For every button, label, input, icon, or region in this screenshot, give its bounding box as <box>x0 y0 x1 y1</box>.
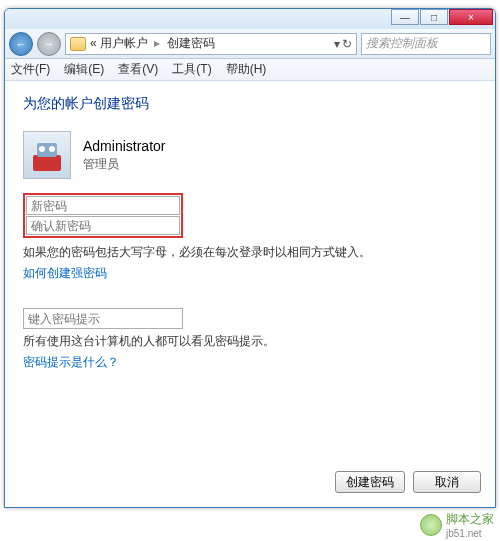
avatar <box>23 131 71 179</box>
menu-help[interactable]: 帮助(H) <box>226 61 267 78</box>
menu-edit[interactable]: 编辑(E) <box>64 61 104 78</box>
new-password-input[interactable] <box>26 196 180 215</box>
window: — □ × ← → « 用户帐户 ▸ 创建密码 ▾ ↻ 搜索控制面板 文件(F)… <box>4 8 496 508</box>
chevron-right-icon: ▸ <box>154 36 160 50</box>
watermark-logo-icon <box>420 514 442 536</box>
create-password-button[interactable]: 创建密码 <box>335 471 405 493</box>
cancel-button[interactable]: 取消 <box>413 471 481 493</box>
titlebar: — □ × <box>5 9 495 29</box>
refresh-icon[interactable]: ↻ <box>342 37 352 51</box>
svg-point-2 <box>39 146 45 152</box>
user-role: 管理员 <box>83 156 165 173</box>
strong-password-link[interactable]: 如何创建强密码 <box>23 265 107 282</box>
menu-view[interactable]: 查看(V) <box>118 61 158 78</box>
hint-note: 所有使用这台计算机的人都可以看见密码提示。 <box>23 333 477 350</box>
confirm-password-input[interactable] <box>26 216 180 235</box>
svg-rect-0 <box>33 155 61 171</box>
hint-help-link[interactable]: 密码提示是什么？ <box>23 354 119 371</box>
user-info: Administrator 管理员 <box>23 131 477 179</box>
breadcrumb-item[interactable]: 用户帐户 <box>100 36 148 50</box>
password-hint-input[interactable] <box>23 308 183 329</box>
menubar: 文件(F) 编辑(E) 查看(V) 工具(T) 帮助(H) <box>5 59 495 81</box>
breadcrumb: « 用户帐户 ▸ 创建密码 <box>90 35 215 52</box>
action-buttons: 创建密码 取消 <box>335 471 481 493</box>
svg-point-3 <box>49 146 55 152</box>
close-button[interactable]: × <box>449 9 493 25</box>
page-title: 为您的帐户创建密码 <box>23 95 477 113</box>
watermark-url: jb51.net <box>446 528 494 539</box>
maximize-button[interactable]: □ <box>420 9 448 25</box>
back-button[interactable]: ← <box>9 32 33 56</box>
user-name: Administrator <box>83 138 165 154</box>
folder-icon <box>70 37 86 51</box>
menu-tools[interactable]: 工具(T) <box>172 61 211 78</box>
breadcrumb-pre: « <box>90 36 97 50</box>
breadcrumb-item[interactable]: 创建密码 <box>167 36 215 50</box>
watermark-text: 脚本之家 <box>446 511 494 528</box>
content: 为您的帐户创建密码 Administrator 管理员 如果您的密码包括大写字母… <box>5 81 495 401</box>
forward-button[interactable]: → <box>37 32 61 56</box>
minimize-button[interactable]: — <box>391 9 419 25</box>
address-bar[interactable]: « 用户帐户 ▸ 创建密码 ▾ ↻ <box>65 33 357 55</box>
password-note: 如果您的密码包括大写字母，必须在每次登录时以相同方式键入。 <box>23 244 477 261</box>
navbar: ← → « 用户帐户 ▸ 创建密码 ▾ ↻ 搜索控制面板 <box>5 29 495 59</box>
menu-file[interactable]: 文件(F) <box>11 61 50 78</box>
password-fields-highlight <box>23 193 183 238</box>
watermark: 脚本之家 jb51.net <box>420 511 494 539</box>
search-input[interactable]: 搜索控制面板 <box>361 33 491 55</box>
dropdown-icon[interactable]: ▾ <box>334 37 340 51</box>
